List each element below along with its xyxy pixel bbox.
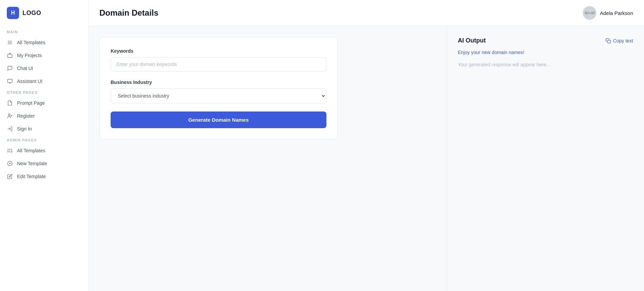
header: Domain Details 40×40 Adela Parkson <box>88 0 644 26</box>
form-panel: Keywords Business Industry Select busine… <box>88 26 447 291</box>
output-subtitle: Enjoy your new domain names! <box>458 50 633 55</box>
chat-icon <box>7 65 13 71</box>
user-name: Adela Parkson <box>600 10 633 16</box>
output-title: AI Output <box>458 37 486 44</box>
form-card: Keywords Business Industry Select busine… <box>99 37 338 139</box>
plus-circle-icon <box>7 160 13 167</box>
keywords-input[interactable] <box>111 57 326 71</box>
industry-group: Business Industry Select business indust… <box>111 80 326 103</box>
sidebar-item-label: My Projects <box>17 53 42 58</box>
edit-icon <box>7 173 13 179</box>
sidebar-item-prompt-page[interactable]: Prompt Page <box>0 97 88 109</box>
keywords-label: Keywords <box>111 48 326 54</box>
page-title: Domain Details <box>99 8 158 18</box>
sidebar-item-my-projects[interactable]: My Projects <box>0 49 88 62</box>
generate-button[interactable]: Generate Domain Names <box>111 112 326 128</box>
svg-rect-3 <box>7 54 12 57</box>
monitor-icon <box>7 78 13 84</box>
file-icon <box>7 100 13 106</box>
sliders-icon <box>7 148 13 154</box>
sidebar-item-chat-ui[interactable]: Chat UI <box>0 62 88 75</box>
avatar: 40×40 <box>583 6 596 20</box>
sidebar-item-label: Register <box>17 113 35 119</box>
sidebar-item-new-template[interactable]: New Template <box>0 157 88 170</box>
svg-rect-23 <box>608 40 611 43</box>
sidebar-item-all-templates-main[interactable]: All Templates <box>0 36 88 49</box>
sidebar-item-edit-template[interactable]: Edit Template <box>0 170 88 183</box>
sidebar-item-all-templates-admin[interactable]: All Templates <box>0 144 88 157</box>
section-label-main: MAIN <box>0 27 88 36</box>
content-area: Keywords Business Industry Select busine… <box>88 26 644 291</box>
copy-label: Copy text <box>613 38 633 44</box>
logo-icon: H <box>7 7 19 19</box>
user-plus-icon <box>7 113 13 119</box>
sidebar-item-label: New Template <box>17 161 47 166</box>
sign-in-icon <box>7 126 13 132</box>
logo-text: LOGO <box>22 10 41 17</box>
output-header: AI Output Copy text <box>458 37 633 44</box>
industry-label: Business Industry <box>111 80 326 85</box>
sidebar-item-assistant-ui[interactable]: Assistant UI <box>0 75 88 88</box>
output-panel: AI Output Copy text Enjoy your new domai… <box>447 26 644 291</box>
sidebar-item-label: Chat UI <box>17 66 33 71</box>
sidebar-item-label: All Templates <box>17 40 45 45</box>
sidebar-item-label: Sign In <box>17 126 32 132</box>
svg-point-7 <box>8 114 10 116</box>
sidebar-item-sign-in[interactable]: Sign In <box>0 122 88 135</box>
copy-icon <box>606 38 611 44</box>
sidebar-item-label: Prompt Page <box>17 100 45 106</box>
sidebar-item-label: Assistant UI <box>17 79 43 84</box>
svg-rect-4 <box>7 79 12 82</box>
sidebar-item-label: All Templates <box>17 148 45 153</box>
sidebar: H LOGO MAIN All Templates My Projects <box>0 0 88 291</box>
industry-select[interactable]: Select business industry Technology Heal… <box>111 88 326 103</box>
main-content: Domain Details 40×40 Adela Parkson Keywo… <box>88 0 644 291</box>
menu-icon <box>7 39 13 46</box>
sidebar-item-register[interactable]: Register <box>0 109 88 122</box>
output-placeholder: Your generated response will appear here… <box>458 62 633 67</box>
section-label-other: OTHER PAGES <box>0 88 88 97</box>
section-label-admin: ADMIN PAGES <box>0 135 88 144</box>
briefcase-icon <box>7 52 13 58</box>
logo-area: H LOGO <box>0 0 88 27</box>
copy-text-button[interactable]: Copy text <box>606 38 633 44</box>
sidebar-item-label: Edit Template <box>17 174 46 179</box>
keywords-group: Keywords <box>111 48 326 71</box>
user-info: 40×40 Adela Parkson <box>583 6 633 20</box>
